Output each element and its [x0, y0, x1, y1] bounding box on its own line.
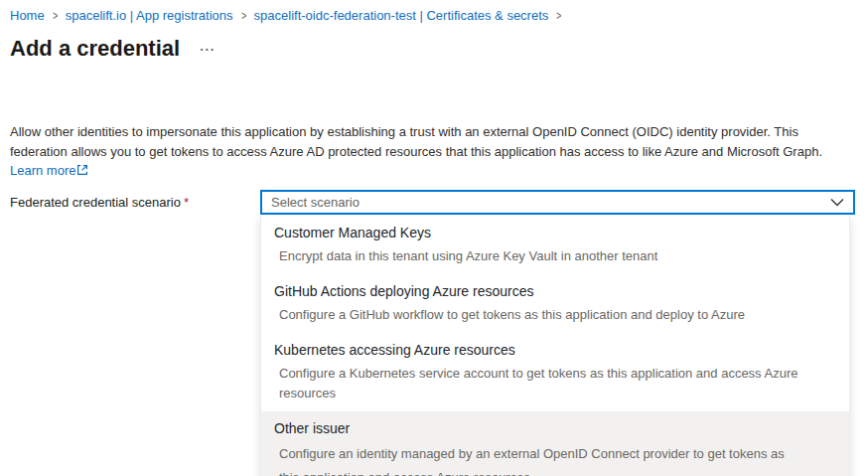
option-title: GitHub Actions deploying Azure resources — [274, 282, 836, 301]
required-asterisk: * — [184, 195, 189, 210]
learn-more-link[interactable]: Learn more — [10, 163, 88, 178]
page-title: Add a credential — [10, 36, 180, 62]
scenario-dropdown-panel: Customer Managed Keys Encrypt data in th… — [260, 216, 850, 476]
breadcrumb-link-app-registrations[interactable]: spacelift.io | App registrations — [66, 8, 233, 23]
option-title: Other issuer — [274, 419, 836, 438]
learn-more-label: Learn more — [10, 163, 75, 178]
field-label-text: Federated credential scenario — [10, 195, 181, 210]
option-description: Encrypt data in this tenant using Azure … — [279, 246, 836, 266]
scenario-select[interactable]: Select scenario — [260, 190, 855, 215]
option-title: Customer Managed Keys — [274, 224, 836, 242]
option-kubernetes[interactable]: Kubernetes accessing Azure resources Con… — [261, 333, 849, 411]
intro-text: Allow other identities to impersonate th… — [10, 124, 822, 159]
more-menu-icon[interactable]: ··· — [196, 41, 219, 58]
breadcrumb-link-certificates-secrets[interactable]: spacelift-oidc-federation-test | Certifi… — [254, 8, 549, 23]
intro-paragraph: Allow other identities to impersonate th… — [10, 122, 826, 181]
chevron-down-icon — [830, 198, 844, 207]
breadcrumb-separator-icon: > — [53, 9, 58, 23]
breadcrumb: Home > spacelift.io | App registrations … — [10, 8, 562, 23]
federated-credential-scenario-label: Federated credential scenario* — [10, 195, 189, 210]
title-row: Add a credential ··· — [10, 36, 219, 62]
breadcrumb-separator-icon: > — [240, 9, 245, 23]
option-description: Configure an identity managed by an exte… — [279, 442, 807, 476]
option-github-actions[interactable]: GitHub Actions deploying Azure resources… — [261, 274, 849, 333]
external-link-icon — [76, 164, 88, 176]
scenario-select-placeholder: Select scenario — [271, 195, 822, 210]
add-credential-page: Home > spacelift.io | App registrations … — [0, 0, 868, 476]
breadcrumb-separator-icon: > — [556, 9, 561, 23]
option-description: Configure a GitHub workflow to get token… — [279, 305, 836, 325]
option-title: Kubernetes accessing Azure resources — [274, 341, 836, 360]
option-customer-managed-keys[interactable]: Customer Managed Keys Encrypt data in th… — [261, 216, 849, 274]
breadcrumb-link-home[interactable]: Home — [10, 8, 45, 23]
option-description: Configure a Kubernetes service account t… — [279, 364, 836, 403]
option-other-issuer[interactable]: Other issuer Configure an identity manag… — [261, 411, 849, 476]
